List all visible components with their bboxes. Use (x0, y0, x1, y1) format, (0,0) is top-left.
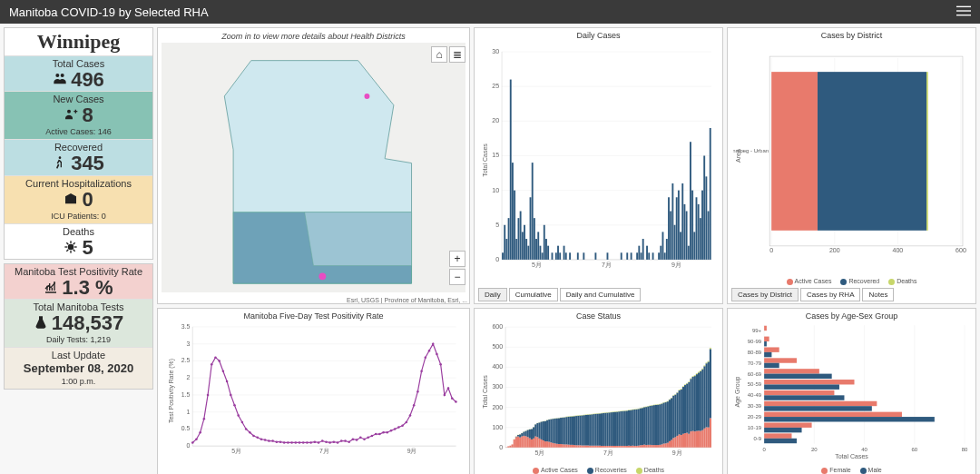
svg-point-19 (364, 94, 369, 99)
svg-text:0: 0 (769, 247, 773, 253)
svg-rect-130 (678, 191, 680, 260)
svg-rect-508 (657, 405, 659, 445)
svg-rect-55 (530, 197, 532, 260)
svg-rect-436 (611, 412, 612, 446)
svg-text:40: 40 (861, 447, 867, 452)
age-sex-legend: Female Male (728, 467, 975, 474)
svg-rect-463 (628, 410, 630, 446)
age-sex-panel: Cases by Age-Sex Group 020406080Total Ca… (727, 308, 976, 474)
svg-rect-578 (701, 369, 703, 370)
svg-rect-423 (603, 446, 604, 448)
svg-rect-517 (662, 402, 664, 443)
stats-panel-primary: Winnipeg Total Cases 496 New Cases 8 Act… (4, 27, 153, 260)
svg-rect-468 (632, 446, 633, 448)
menu-icon[interactable] (956, 4, 971, 21)
svg-rect-340 (548, 420, 550, 442)
svg-rect-140 (698, 204, 700, 260)
svg-text:25: 25 (492, 83, 499, 89)
svg-rect-339 (548, 442, 550, 448)
total-cases-value: 496 (71, 69, 104, 91)
tab-by-district[interactable]: Cases by District (731, 288, 799, 301)
svg-rect-572 (698, 371, 700, 372)
layers-button[interactable]: ≣ (449, 46, 466, 63)
svg-rect-562 (692, 377, 694, 431)
svg-rect-385 (577, 416, 579, 445)
svg-rect-355 (558, 418, 560, 443)
svg-rect-121 (660, 246, 662, 260)
tab-by-rha[interactable]: Cases by RHA (800, 288, 860, 301)
svg-rect-129 (676, 197, 678, 260)
svg-rect-496 (649, 406, 651, 445)
svg-rect-123 (664, 252, 666, 260)
svg-text:80: 80 (962, 447, 968, 452)
tab-cumulative[interactable]: Cumulative (509, 288, 558, 301)
svg-rect-142 (701, 191, 703, 260)
svg-rect-502 (653, 405, 655, 445)
svg-text:0: 0 (495, 256, 499, 262)
svg-rect-430 (606, 413, 608, 446)
tab-daily-cumulative[interactable]: Daily and Cumulative (560, 288, 642, 301)
svg-rect-66 (552, 252, 554, 260)
svg-rect-328 (541, 421, 543, 439)
svg-rect-342 (550, 442, 552, 448)
svg-rect-580 (703, 366, 705, 428)
svg-rect-432 (609, 446, 611, 448)
zoom-in-button[interactable]: + (449, 251, 466, 267)
svg-rect-61 (542, 252, 544, 260)
svg-rect-403 (589, 415, 591, 446)
recovered-label: Recovered (5, 140, 152, 153)
svg-rect-545 (681, 389, 682, 390)
svg-rect-128 (674, 225, 676, 260)
svg-rect-109 (636, 252, 638, 260)
svg-rect-559 (690, 379, 691, 431)
svg-text:7月: 7月 (319, 448, 329, 454)
svg-text:0: 0 (499, 444, 503, 450)
svg-rect-634 (764, 433, 791, 438)
svg-rect-566 (694, 375, 696, 376)
svg-rect-418 (599, 413, 601, 445)
svg-rect-563 (692, 376, 694, 377)
tab-daily[interactable]: Daily (478, 288, 507, 301)
svg-rect-441 (614, 446, 616, 448)
svg-rect-50 (520, 212, 522, 260)
svg-rect-626 (764, 406, 872, 410)
svg-rect-447 (618, 446, 620, 448)
svg-rect-555 (688, 434, 690, 448)
total-tests-value: 148,537 (52, 312, 124, 334)
svg-rect-417 (599, 446, 601, 448)
svg-rect-531 (672, 438, 674, 447)
svg-rect-309 (529, 439, 531, 448)
svg-rect-556 (688, 382, 690, 434)
svg-text:200: 200 (829, 247, 840, 253)
svg-rect-117 (652, 252, 654, 260)
svg-rect-492 (647, 445, 649, 448)
svg-rect-364 (564, 418, 565, 445)
svg-rect-352 (556, 419, 558, 444)
svg-text:2.5: 2.5 (181, 357, 191, 363)
svg-rect-138 (693, 232, 695, 260)
home-button[interactable]: ⌂ (431, 46, 447, 63)
map-canvas[interactable] (162, 43, 466, 292)
svg-rect-493 (647, 406, 649, 444)
svg-rect-610 (764, 347, 779, 351)
svg-rect-495 (649, 445, 651, 448)
svg-rect-124 (666, 239, 668, 260)
svg-rect-348 (554, 443, 556, 447)
svg-rect-486 (643, 445, 645, 448)
svg-rect-141 (700, 218, 701, 260)
svg-rect-104 (626, 252, 628, 260)
svg-text:20: 20 (492, 117, 499, 123)
svg-rect-369 (568, 445, 570, 448)
svg-rect-125 (668, 197, 670, 260)
svg-rect-408 (593, 446, 594, 448)
zoom-out-button[interactable]: − (449, 269, 466, 285)
svg-text:Test Positivity Rate (%): Test Positivity Rate (%) (168, 359, 175, 423)
tab-notes[interactable]: Notes (862, 288, 894, 301)
svg-point-20 (318, 272, 326, 280)
svg-rect-144 (705, 176, 707, 260)
svg-rect-577 (701, 370, 703, 430)
svg-rect-619 (764, 380, 854, 384)
svg-text:50-59: 50-59 (748, 381, 762, 387)
svg-rect-616 (764, 369, 819, 373)
svg-rect-525 (669, 441, 671, 448)
